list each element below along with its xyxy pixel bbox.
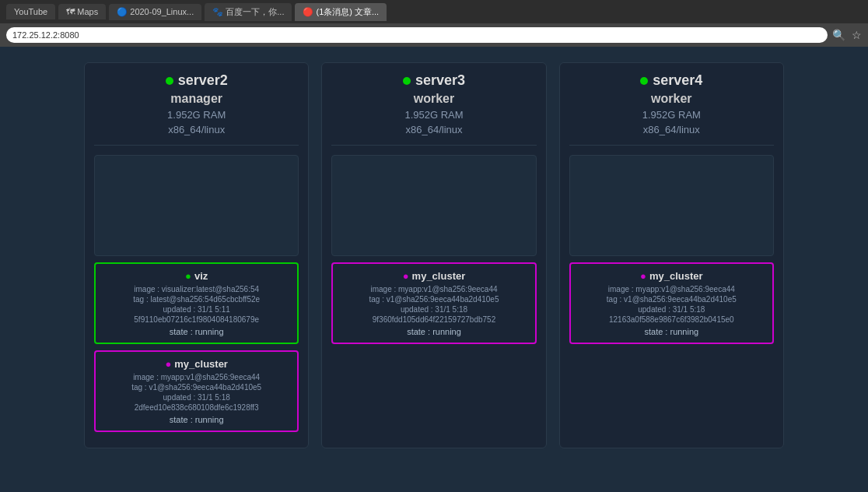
server2-mycluster-updated: updated : 31/1 5:18 [102,393,291,402]
server3-status-dot [403,77,411,85]
server2-arch: x86_64/linux [94,124,299,135]
server3-mycluster-updated: updated : 31/1 5:18 [339,305,528,314]
server3-mycluster-state: state : running [339,327,528,336]
server3-mycluster-card: ● my_cluster image : myapp:v1@sha256:9ee… [331,262,536,344]
viz-status-dot: ● [185,270,191,282]
server3-ram: 1.952G RAM [331,109,536,121]
server4-mycluster-tag: tag : v1@sha256:9eeca44ba2d410e5 [577,295,766,304]
browser-chrome: YouTube 🗺 Maps 🔵 2020-09_Linux... 🐾 百度一下… [0,0,868,47]
tab-maps[interactable]: 🗺 Maps [58,4,106,19]
server2-mycluster-name: ● my_cluster [102,358,291,370]
browser-icons: 🔍 ☆ [832,29,862,41]
server2-viz-id: 5f9110eb07216c1f9804084180679e [102,315,291,324]
server2-name-text: server2 [178,72,228,89]
server2-role: manager [94,92,299,106]
server4-mycluster-image: image : myapp:v1@sha256:9eeca44 [577,285,766,293]
server4-role: worker [569,92,774,106]
server3-empty-area [331,155,536,256]
server4-name: server4 [569,72,774,89]
tab-article[interactable]: 🔴 (1条消息) 文章... [295,3,387,21]
server2-viz-name: ● viz [102,270,291,282]
server4-status-dot [640,77,648,85]
server4-empty-area [569,155,774,256]
url-bar[interactable]: 172.25.12.2:8080 [6,27,828,43]
server4-mycluster-card: ● my_cluster image : myapp:v1@sha256:9ee… [569,262,774,344]
server2-status-dot [166,77,173,85]
main-content: server2 manager 1.952G RAM x86_64/linux … [0,47,868,492]
server2-mycluster-state: state : running [102,415,291,424]
tab-baidu[interactable]: 🐾 百度一下，你... [205,3,292,21]
servers-grid: server2 manager 1.952G RAM x86_64/linux … [84,62,784,448]
browser-toolbar: 172.25.12.2:8080 🔍 ☆ [0,23,868,47]
server3-name: server3 [331,72,536,89]
mycluster-status-dot: ● [165,358,171,370]
server2-header: server2 manager 1.952G RAM x86_64/linux [94,72,299,146]
server4-name-text: server4 [653,72,702,89]
server2-mycluster-image: image : myapp:v1@sha256:9eeca44 [102,373,291,381]
server2-viz-tag: tag : latest@sha256:54d65cbcbff52e [102,295,291,304]
server-column-server3: server3 worker 1.952G RAM x86_64/linux ●… [321,62,546,448]
server2-name: server2 [94,72,299,89]
browser-tabs: YouTube 🗺 Maps 🔵 2020-09_Linux... 🐾 百度一下… [0,0,868,23]
server4-ram: 1.952G RAM [569,109,774,121]
server4-arch: x86_64/linux [569,124,774,135]
server-column-server4: server4 worker 1.952G RAM x86_64/linux ●… [559,62,784,448]
server2-ram: 1.952G RAM [94,109,299,121]
server2-mycluster-id: 2dfeed10e838c680108dfe6c1928ff3 [102,403,291,412]
server2-mycluster-card: ● my_cluster image : myapp:v1@sha256:9ee… [94,350,299,432]
server3-name-text: server3 [415,72,465,89]
server2-viz-updated: updated : 31/1 5:11 [102,305,291,314]
server2-empty-area [94,155,299,256]
server4-mycluster-dot: ● [640,270,646,282]
bookmark-icon[interactable]: ☆ [852,29,862,41]
server4-mycluster-state: state : running [577,327,766,336]
server3-header: server3 worker 1.952G RAM x86_64/linux [331,72,536,146]
server3-mycluster-tag: tag : v1@sha256:9eeca44ba2d410e5 [339,295,528,304]
server4-header: server4 worker 1.952G RAM x86_64/linux [569,72,774,146]
url-text: 172.25.12.2:8080 [12,30,79,40]
server3-role: worker [331,92,536,106]
server4-mycluster-name: ● my_cluster [577,270,766,282]
server4-mycluster-updated: updated : 31/1 5:18 [577,305,766,314]
server3-mycluster-dot: ● [403,270,409,282]
search-icon[interactable]: 🔍 [832,29,845,41]
server-column-server2: server2 manager 1.952G RAM x86_64/linux … [84,62,309,448]
server3-arch: x86_64/linux [331,124,536,135]
server2-mycluster-tag: tag : v1@sha256:9eeca44ba2d410e5 [102,383,291,392]
tab-youtube[interactable]: YouTube [6,4,55,19]
server2-viz-card: ● viz image : visualizer:latest@sha256:5… [94,262,299,344]
server2-viz-state: state : running [102,327,291,336]
server4-mycluster-id: 12163a0f588e9867c6f3982b0415e0 [577,315,766,324]
server3-mycluster-name: ● my_cluster [339,270,528,282]
tab-linux[interactable]: 🔵 2020-09_Linux... [109,4,201,20]
server3-mycluster-id: 9f360fdd105dd64f22159727bdb752 [339,315,528,324]
server3-mycluster-image: image : myapp:v1@sha256:9eeca44 [339,285,528,293]
server2-viz-image: image : visualizer:latest@sha256:54 [102,285,291,293]
